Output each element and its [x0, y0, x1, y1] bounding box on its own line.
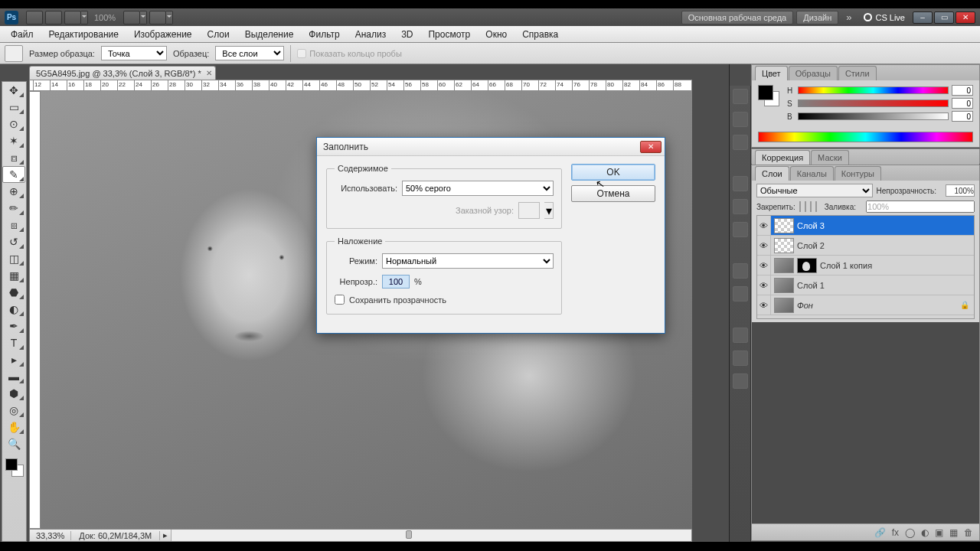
workspace-essentials-button[interactable]: Основная рабочая среда [681, 11, 794, 24]
window-close-button[interactable]: ✕ [956, 11, 975, 24]
shape-tool[interactable]: ▬ [2, 368, 25, 385]
sat-input[interactable] [952, 98, 973, 109]
screen-mode-button[interactable] [64, 11, 81, 24]
3d-tool[interactable]: ⬢ [2, 385, 25, 402]
collapsed-panel-icon[interactable] [733, 199, 748, 214]
zoom-level[interactable]: 100% [94, 13, 116, 22]
cancel-button[interactable]: Отмена [571, 185, 655, 202]
layer-thumbnail[interactable] [774, 218, 794, 233]
quick-select-tool[interactable]: ✶ [2, 132, 25, 149]
lock-pixels-button[interactable] [805, 201, 806, 212]
add-mask-button[interactable]: ◯ [905, 527, 915, 538]
status-menu-button[interactable]: ▸ [160, 530, 171, 540]
dodge-tool[interactable]: ◐ [2, 301, 25, 318]
blend-mode-select[interactable]: Обычные [756, 184, 873, 197]
ok-button[interactable]: OK [571, 164, 655, 181]
window-minimize-button[interactable]: – [913, 11, 933, 24]
use-select[interactable]: 50% серого [402, 181, 554, 196]
layer-opacity-input[interactable] [946, 184, 975, 197]
extras-dropdown[interactable] [166, 11, 173, 24]
pen-tool[interactable]: ✒ [2, 318, 25, 334]
menu-help[interactable]: Справка [514, 27, 566, 42]
tab-paths[interactable]: Контуры [835, 166, 881, 181]
tab-adjustments[interactable]: Коррекция [755, 150, 810, 165]
mode-select[interactable]: Нормальный [382, 253, 554, 269]
path-select-tool[interactable]: ▸ [2, 351, 25, 368]
collapsed-panel-icon[interactable] [733, 263, 748, 279]
layer-thumbnail[interactable] [774, 298, 794, 313]
lock-position-button[interactable] [810, 201, 812, 212]
3d-camera-tool[interactable]: ◎ [2, 402, 25, 419]
tab-color[interactable]: Цвет [755, 66, 788, 80]
menu-select[interactable]: Выделение [237, 27, 302, 42]
delete-layer-button[interactable]: 🗑 [964, 527, 973, 538]
collapsed-panel-icon[interactable] [733, 176, 748, 191]
cs-live-button[interactable]: CS Live [864, 13, 905, 22]
menu-analysis[interactable]: Анализ [348, 27, 394, 42]
visibility-toggle[interactable]: 👁 [757, 256, 771, 275]
arrange-docs-dropdown[interactable] [140, 11, 147, 24]
stamp-tool[interactable]: ⧇ [2, 217, 25, 233]
dialog-close-button[interactable]: ✕ [640, 141, 662, 153]
layer-name[interactable]: Слой 1 [797, 281, 969, 290]
foreground-color[interactable] [5, 458, 18, 471]
new-group-button[interactable]: ▣ [935, 527, 943, 538]
layer-row[interactable]: 👁Слой 1 [757, 276, 974, 295]
sat-slider[interactable] [798, 99, 949, 107]
collapsed-panel-icon[interactable] [733, 222, 748, 237]
layer-name[interactable]: Слой 2 [797, 241, 969, 250]
horizontal-scrollbar[interactable] [171, 530, 691, 541]
lasso-tool[interactable]: ⊙ [2, 116, 25, 132]
dlg-opacity-input[interactable] [382, 275, 410, 289]
tab-masks[interactable]: Маски [811, 150, 849, 165]
status-zoom[interactable]: 33,33% [30, 531, 71, 540]
visibility-toggle[interactable]: 👁 [757, 216, 771, 235]
zoom-tool[interactable]: 🔍 [2, 435, 25, 452]
visibility-toggle[interactable]: 👁 [757, 295, 771, 315]
layer-row[interactable]: 👁Слой 3 [757, 216, 974, 236]
screen-mode-dropdown[interactable] [81, 11, 88, 24]
workspace-design-button[interactable]: Дизайн [796, 11, 838, 24]
history-brush-tool[interactable]: ↺ [2, 233, 25, 250]
hand-tool[interactable]: ✋ [2, 419, 25, 435]
sample-size-select[interactable]: Точка [101, 46, 167, 60]
layer-thumbnail[interactable] [774, 258, 794, 273]
close-tab-button[interactable]: ✕ [206, 69, 212, 77]
current-tool-icon[interactable] [5, 45, 23, 62]
eyedropper-tool[interactable]: ✎ [2, 166, 25, 183]
collapsed-panel-icon[interactable] [733, 89, 748, 104]
color-spectrum[interactable] [758, 132, 973, 142]
healing-tool[interactable]: ⊕ [2, 183, 25, 200]
new-layer-button[interactable]: ▦ [949, 527, 958, 538]
launch-minibridge-button[interactable] [45, 11, 62, 24]
layer-name[interactable]: Слой 3 [797, 221, 969, 230]
collapsed-panel-icon[interactable] [733, 328, 748, 343]
document-tab[interactable]: 5G5A8495.jpg @ 33,3% (Слой 3, RGB/8*) *✕ [29, 66, 216, 80]
menu-3d[interactable]: 3D [394, 27, 420, 42]
collapsed-panel-icon[interactable] [733, 373, 748, 389]
workspace-more-button[interactable]: » [846, 11, 851, 23]
menu-image[interactable]: Изображение [126, 27, 200, 42]
launch-bridge-button[interactable] [26, 11, 43, 24]
layer-fx-button[interactable]: fx [892, 527, 899, 538]
brush-tool[interactable]: ✏ [2, 200, 25, 217]
panel-color-swatches[interactable] [758, 85, 779, 106]
layer-name[interactable]: Слой 1 копия [820, 261, 969, 270]
collapsed-panel-icon[interactable] [733, 350, 748, 366]
sample-from-select[interactable]: Все слои [215, 46, 284, 60]
layer-thumbnail[interactable] [774, 238, 794, 253]
menu-edit[interactable]: Редактирование [41, 27, 126, 42]
collapsed-panel-icon[interactable] [733, 135, 748, 150]
crop-tool[interactable]: ⧈ [2, 149, 25, 166]
preserve-transparency-checkbox[interactable] [335, 295, 345, 305]
tab-swatches[interactable]: Образцы [789, 66, 838, 80]
bri-input[interactable] [952, 111, 973, 122]
extras-button[interactable] [149, 11, 166, 24]
layer-row[interactable]: 👁Фон🔒 [757, 295, 974, 315]
gradient-tool[interactable]: ▦ [2, 267, 25, 284]
hue-input[interactable] [952, 85, 973, 96]
bri-slider[interactable] [798, 112, 949, 120]
menu-file[interactable]: Файл [3, 27, 41, 42]
marquee-tool[interactable]: ▭ [2, 99, 25, 116]
eraser-tool[interactable]: ◫ [2, 250, 25, 267]
